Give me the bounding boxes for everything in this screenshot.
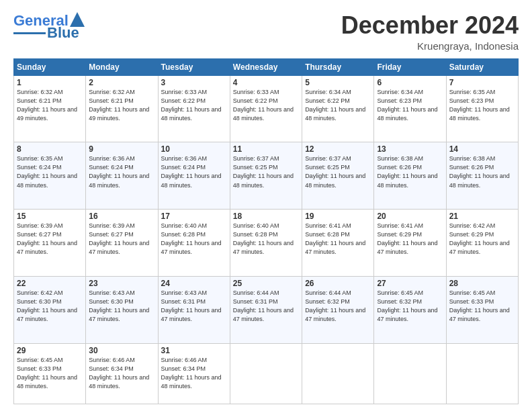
day-info: Sunrise: 6:32 AMSunset: 6:21 PMDaylight:… — [17, 88, 83, 123]
day-number: 22 — [17, 279, 83, 288]
logo-text-blue: Blue — [47, 26, 79, 40]
day-number: 2 — [89, 78, 154, 87]
day-info: Sunrise: 6:39 AMSunset: 6:27 PMDaylight:… — [89, 222, 154, 257]
header: General Blue December 2024 Kruengraya, I… — [13, 12, 519, 52]
day-number: 16 — [89, 212, 154, 221]
day-info: Sunrise: 6:35 AMSunset: 6:23 PMDaylight:… — [449, 88, 515, 123]
day-number: 7 — [449, 78, 515, 87]
day-number: 8 — [17, 144, 83, 154]
table-row: 3Sunrise: 6:33 AMSunset: 6:22 PMDaylight… — [158, 75, 230, 142]
day-info: Sunrise: 6:40 AMSunset: 6:28 PMDaylight:… — [161, 222, 227, 257]
table-row: 26Sunrise: 6:44 AMSunset: 6:32 PMDayligh… — [302, 276, 374, 343]
table-row: 30Sunrise: 6:46 AMSunset: 6:34 PMDayligh… — [86, 343, 158, 404]
day-number: 17 — [161, 212, 227, 221]
table-row: 1Sunrise: 6:32 AMSunset: 6:21 PMDaylight… — [14, 75, 86, 142]
day-info: Sunrise: 6:39 AMSunset: 6:27 PMDaylight:… — [17, 222, 83, 257]
day-number: 6 — [377, 78, 443, 87]
table-row: 12Sunrise: 6:37 AMSunset: 6:25 PMDayligh… — [302, 142, 374, 210]
calendar-table: Sunday Monday Tuesday Wednesday Thursday… — [13, 58, 519, 404]
title-block: December 2024 Kruengraya, Indonesia — [341, 12, 519, 52]
day-number: 23 — [89, 279, 154, 288]
day-number: 14 — [449, 144, 515, 154]
table-row: 11Sunrise: 6:37 AMSunset: 6:25 PMDayligh… — [230, 142, 302, 210]
day-info: Sunrise: 6:33 AMSunset: 6:22 PMDaylight:… — [161, 88, 227, 123]
day-info: Sunrise: 6:43 AMSunset: 6:30 PMDaylight:… — [89, 289, 154, 324]
day-info: Sunrise: 6:41 AMSunset: 6:29 PMDaylight:… — [377, 222, 443, 257]
table-row: 24Sunrise: 6:43 AMSunset: 6:31 PMDayligh… — [158, 276, 230, 343]
col-wednesday: Wednesday — [230, 58, 302, 75]
day-number: 5 — [305, 78, 371, 87]
day-number: 1 — [17, 78, 83, 87]
table-row: 23Sunrise: 6:43 AMSunset: 6:30 PMDayligh… — [86, 276, 158, 343]
day-info: Sunrise: 6:42 AMSunset: 6:30 PMDaylight:… — [17, 289, 83, 324]
day-number: 18 — [233, 212, 299, 221]
col-thursday: Thursday — [302, 58, 374, 75]
table-row — [374, 343, 446, 404]
day-number: 15 — [17, 212, 83, 221]
col-sunday: Sunday — [14, 58, 86, 75]
day-number: 27 — [377, 279, 443, 288]
table-row: 14Sunrise: 6:38 AMSunset: 6:26 PMDayligh… — [446, 142, 518, 210]
day-number: 4 — [233, 78, 299, 87]
day-info: Sunrise: 6:32 AMSunset: 6:21 PMDaylight:… — [89, 88, 154, 123]
table-row — [230, 343, 302, 404]
table-row: 20Sunrise: 6:41 AMSunset: 6:29 PMDayligh… — [374, 210, 446, 277]
day-number: 24 — [161, 279, 227, 288]
day-info: Sunrise: 6:41 AMSunset: 6:28 PMDaylight:… — [305, 222, 371, 257]
day-info: Sunrise: 6:44 AMSunset: 6:32 PMDaylight:… — [305, 289, 371, 324]
day-info: Sunrise: 6:38 AMSunset: 6:26 PMDaylight:… — [377, 154, 443, 189]
day-info: Sunrise: 6:36 AMSunset: 6:24 PMDaylight:… — [89, 154, 154, 189]
location: Kruengraya, Indonesia — [341, 40, 519, 52]
table-row: 4Sunrise: 6:33 AMSunset: 6:22 PMDaylight… — [230, 75, 302, 142]
table-row: 9Sunrise: 6:36 AMSunset: 6:24 PMDaylight… — [86, 142, 158, 210]
table-row: 8Sunrise: 6:35 AMSunset: 6:24 PMDaylight… — [14, 142, 86, 210]
table-row: 6Sunrise: 6:34 AMSunset: 6:23 PMDaylight… — [374, 75, 446, 142]
day-number: 19 — [305, 212, 371, 221]
calendar-header-row: Sunday Monday Tuesday Wednesday Thursday… — [14, 58, 519, 75]
table-row: 19Sunrise: 6:41 AMSunset: 6:28 PMDayligh… — [302, 210, 374, 277]
day-info: Sunrise: 6:36 AMSunset: 6:24 PMDaylight:… — [161, 154, 227, 189]
col-monday: Monday — [86, 58, 158, 75]
day-info: Sunrise: 6:40 AMSunset: 6:28 PMDaylight:… — [233, 222, 299, 257]
day-info: Sunrise: 6:43 AMSunset: 6:31 PMDaylight:… — [161, 289, 227, 324]
table-row: 16Sunrise: 6:39 AMSunset: 6:27 PMDayligh… — [86, 210, 158, 277]
day-info: Sunrise: 6:46 AMSunset: 6:34 PMDaylight:… — [161, 356, 227, 391]
day-info: Sunrise: 6:45 AMSunset: 6:32 PMDaylight:… — [377, 289, 443, 324]
day-info: Sunrise: 6:45 AMSunset: 6:33 PMDaylight:… — [17, 356, 83, 391]
page: General Blue December 2024 Kruengraya, I… — [0, 0, 532, 411]
day-number: 25 — [233, 279, 299, 288]
table-row: 7Sunrise: 6:35 AMSunset: 6:23 PMDaylight… — [446, 75, 518, 142]
day-info: Sunrise: 6:37 AMSunset: 6:25 PMDaylight:… — [305, 154, 371, 189]
logo: General Blue — [13, 12, 85, 40]
day-info: Sunrise: 6:37 AMSunset: 6:25 PMDaylight:… — [233, 154, 299, 189]
day-number: 21 — [449, 212, 515, 221]
table-row: 15Sunrise: 6:39 AMSunset: 6:27 PMDayligh… — [14, 210, 86, 277]
day-info: Sunrise: 6:42 AMSunset: 6:29 PMDaylight:… — [449, 222, 515, 257]
table-row: 31Sunrise: 6:46 AMSunset: 6:34 PMDayligh… — [158, 343, 230, 404]
col-friday: Friday — [374, 58, 446, 75]
day-number: 26 — [305, 279, 371, 288]
day-info: Sunrise: 6:33 AMSunset: 6:22 PMDaylight:… — [233, 88, 299, 123]
day-number: 13 — [377, 144, 443, 154]
day-info: Sunrise: 6:34 AMSunset: 6:23 PMDaylight:… — [377, 88, 443, 123]
table-row: 17Sunrise: 6:40 AMSunset: 6:28 PMDayligh… — [158, 210, 230, 277]
col-saturday: Saturday — [446, 58, 518, 75]
table-row: 10Sunrise: 6:36 AMSunset: 6:24 PMDayligh… — [158, 142, 230, 210]
day-number: 10 — [161, 144, 227, 154]
table-row — [302, 343, 374, 404]
col-tuesday: Tuesday — [158, 58, 230, 75]
table-row: 28Sunrise: 6:45 AMSunset: 6:33 PMDayligh… — [446, 276, 518, 343]
table-row — [446, 343, 518, 404]
day-info: Sunrise: 6:46 AMSunset: 6:34 PMDaylight:… — [89, 356, 154, 391]
day-number: 11 — [233, 144, 299, 154]
day-info: Sunrise: 6:38 AMSunset: 6:26 PMDaylight:… — [449, 154, 515, 189]
day-number: 31 — [161, 346, 227, 355]
day-info: Sunrise: 6:45 AMSunset: 6:33 PMDaylight:… — [449, 289, 515, 324]
day-number: 28 — [449, 279, 515, 288]
month-title: December 2024 — [341, 12, 519, 39]
day-number: 20 — [377, 212, 443, 221]
day-info: Sunrise: 6:44 AMSunset: 6:31 PMDaylight:… — [233, 289, 299, 324]
day-number: 12 — [305, 144, 371, 154]
day-number: 9 — [89, 144, 154, 154]
table-row: 13Sunrise: 6:38 AMSunset: 6:26 PMDayligh… — [374, 142, 446, 210]
